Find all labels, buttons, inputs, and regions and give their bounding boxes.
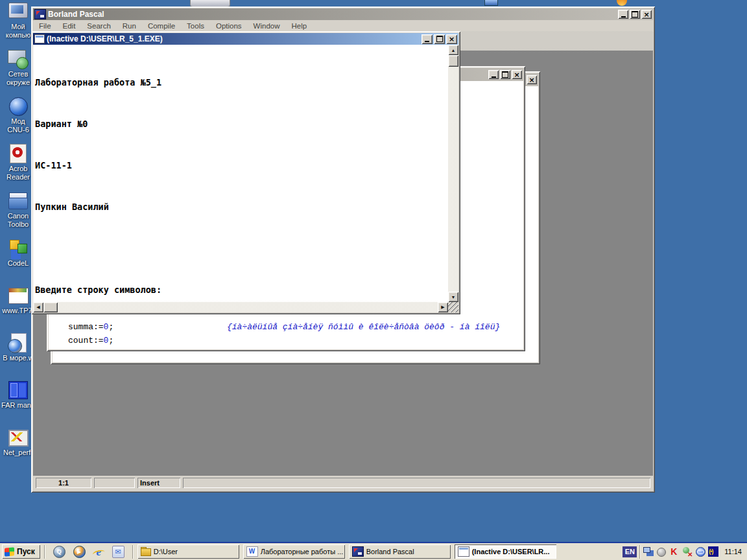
scroll-right-button[interactable]: ▶ (438, 302, 448, 312)
wmp-quicklaunch-icon[interactable] (73, 546, 86, 558)
dos-output-line: Пупкин Василий (35, 202, 447, 212)
dos-output-line: ИС-11-1 (35, 160, 447, 170)
menu-item[interactable]: File (33, 21, 57, 30)
close-button[interactable] (512, 70, 522, 79)
menu-item[interactable]: Edit (57, 21, 82, 30)
taskbar-button[interactable]: D:\User (137, 544, 239, 559)
dos-output-line: Вариант №0 (35, 119, 447, 129)
dos-output: Лабораторная работа №5_1 Вариант №0 ИС-1… (35, 46, 447, 312)
status-message-cell (183, 478, 650, 488)
minimize-button[interactable] (488, 70, 499, 79)
taskbar-button[interactable]: (Inactive D:\USER\LR... (455, 544, 556, 559)
system-tray: EN 11:14 (622, 545, 745, 559)
menu-item[interactable]: Compile (142, 21, 181, 30)
partial-desktop-icon (484, 0, 498, 6)
agent-tray-icon[interactable] (682, 546, 693, 557)
taskbar-separator (132, 545, 134, 559)
minimize-button[interactable] (421, 34, 433, 44)
horizontal-scrollbar[interactable]: ◀ ▶ (33, 302, 448, 312)
quicktime-icon[interactable] (53, 546, 65, 558)
dos-icon (458, 546, 469, 557)
quick-launch (49, 546, 128, 558)
maximize-button[interactable] (500, 70, 510, 79)
menu-item[interactable]: Window (248, 21, 286, 30)
taskbar-button-label: D:\User (154, 548, 178, 555)
resize-grip[interactable] (448, 302, 458, 312)
close-button[interactable] (641, 10, 652, 19)
dos-output-line: Введите строку символов: (35, 285, 447, 295)
network-tray-icon[interactable] (643, 546, 654, 557)
status-cell (94, 478, 135, 488)
dos-window: (Inactive D:\USER\LR_5_1.EXE) Лабораторн… (31, 31, 460, 314)
close-button[interactable] (527, 75, 537, 84)
maximize-button[interactable] (434, 34, 445, 44)
taskbar-button-label: Лабораторные работы ... (261, 548, 344, 555)
menu-item[interactable]: Options (210, 21, 248, 30)
taskbar-separator (639, 545, 641, 559)
status-bar: 1:1 Insert (33, 476, 653, 490)
borland-pascal-titlebar[interactable]: Borland Pascal (33, 8, 653, 20)
dos-content: Лабораторная работа №5_1 Вариант №0 ИС-1… (33, 45, 458, 312)
dos-output-line: Лабораторная работа №5_1 (35, 77, 447, 88)
cursor-position-cell: 1:1 (36, 478, 91, 488)
radio-tray-icon[interactable] (708, 546, 718, 557)
borland-icon (352, 546, 364, 557)
insert-mode-cell: Insert (137, 478, 180, 488)
horizontal-scroll-thumb[interactable] (43, 302, 58, 312)
dos-output-line (35, 243, 447, 253)
taskbar-button-label: (Inactive D:\USER\LR... (472, 548, 550, 555)
minimize-button[interactable] (618, 10, 628, 19)
outlook-express-icon[interactable] (112, 546, 124, 558)
vertical-scroll-thumb[interactable] (448, 55, 458, 67)
dos-titlebar[interactable]: (Inactive D:\USER\LR_5_1.EXE) (33, 33, 458, 45)
menu-item[interactable]: Search (81, 21, 116, 30)
taskbar-button[interactable]: Лабораторные работы ... (243, 544, 345, 559)
clock[interactable]: 11:14 (724, 548, 742, 555)
menu-item[interactable]: Run (117, 21, 142, 30)
language-indicator[interactable]: EN (622, 546, 637, 557)
globe-tray-icon[interactable] (695, 546, 706, 557)
kaspersky-tray-icon[interactable] (669, 546, 680, 557)
volume-tray-icon[interactable] (656, 546, 667, 557)
dos-app-icon[interactable] (34, 34, 45, 43)
vertical-scrollbar[interactable]: ▲ ▼ (448, 45, 458, 302)
taskbar: Пуск D:\User Лабораторные работы ... Bor… (0, 542, 747, 560)
code-line: summa:=0; (68, 322, 113, 332)
code-line: count:=0; (68, 336, 113, 346)
start-button[interactable]: Пуск (2, 544, 40, 559)
code-comment: {íà÷àëüíûå çíà÷åíèÿ ñóììû è êîëè÷åñòâà ö… (227, 322, 500, 332)
scroll-down-button[interactable]: ▼ (448, 292, 458, 302)
menu-bar: File Edit Search Run Compile Tools Optio… (33, 20, 653, 31)
menu-item[interactable]: Help (286, 21, 313, 30)
desktop: { "desktop": { "icons": [ {"icon":"my-co… (0, 0, 747, 560)
partial-desktop-icon (617, 0, 627, 6)
borland-pascal-icon[interactable] (34, 9, 46, 19)
taskbar-button-label: Borland Pascal (366, 548, 414, 555)
ie-icon[interactable] (93, 546, 104, 557)
taskbar-button[interactable]: Borland Pascal (349, 544, 451, 559)
window-title: (Inactive D:\USER\LR_5_1.EXE) (47, 34, 420, 43)
folder-icon (141, 547, 151, 556)
menu-item[interactable]: Tools (181, 21, 210, 30)
scroll-up-button[interactable]: ▲ (448, 45, 458, 55)
close-button[interactable] (446, 34, 457, 44)
taskbar-separator (44, 545, 45, 559)
window-title: Borland Pascal (48, 10, 616, 19)
maximize-button[interactable] (630, 10, 640, 19)
word-icon (246, 546, 258, 557)
scroll-left-button[interactable]: ◀ (33, 302, 43, 312)
windows-logo-icon (5, 547, 14, 556)
start-button-label: Пуск (17, 547, 35, 556)
